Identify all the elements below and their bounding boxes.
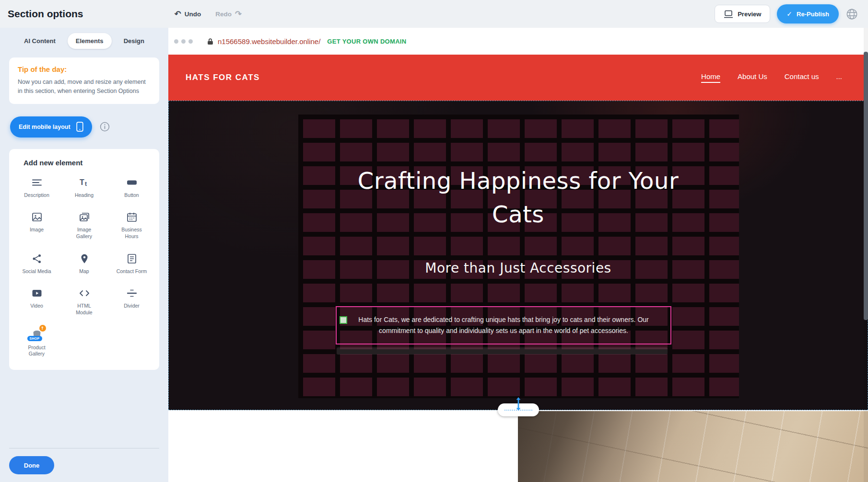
heading-icon: Tt xyxy=(79,176,90,189)
element-image-gallery[interactable]: Image Gallery xyxy=(60,211,108,240)
website-builder-app: Section options ↶ Undo Redo ↷ Preview ✓ … xyxy=(0,0,868,482)
contact-form-icon xyxy=(126,252,138,265)
nav-home[interactable]: Home xyxy=(701,72,720,83)
paving-stones-photo xyxy=(518,411,868,482)
section-resize-handle[interactable] xyxy=(498,403,539,416)
element-heading[interactable]: Tt Heading xyxy=(60,176,108,199)
element-contact-form[interactable]: Contact Form xyxy=(108,252,155,275)
button-icon xyxy=(126,176,138,189)
site-preview-area: n1566589.websitebuilder.online/ GET YOUR… xyxy=(168,28,868,482)
nav-more[interactable]: ... xyxy=(836,72,842,83)
element-description[interactable]: Description xyxy=(13,176,60,199)
element-divider[interactable]: Divider xyxy=(108,287,155,316)
element-product-gallery[interactable]: SHOP ↑ Product Gallery xyxy=(13,329,60,357)
redo-icon: ↷ xyxy=(235,9,242,19)
product-gallery-icon: SHOP ↑ xyxy=(31,329,43,341)
redo-label: Redo xyxy=(215,11,232,18)
undo-button[interactable]: ↶ Undo xyxy=(175,9,201,19)
republish-label: Re-Publish xyxy=(797,11,829,18)
image-icon xyxy=(31,211,43,223)
shop-badge: SHOP xyxy=(27,336,42,341)
element-hover-ghost xyxy=(337,347,668,355)
nav-about-us[interactable]: About Us xyxy=(738,72,767,83)
history-controls: ↶ Undo Redo ↷ xyxy=(175,9,242,19)
tip-of-the-day-card: Tip of the day: Now you can add, move an… xyxy=(9,57,159,104)
sidebar-tabs: AI Content Elements Design xyxy=(9,31,159,51)
undo-icon: ↶ xyxy=(175,9,181,19)
page-title: Section options xyxy=(8,8,83,20)
map-pin-icon xyxy=(79,252,90,265)
tab-design[interactable]: Design xyxy=(116,33,152,49)
lock-icon xyxy=(207,38,213,45)
section-options-sidebar: AI Content Elements Design Tip of the da… xyxy=(0,28,168,482)
edit-mobile-layout-label: Edit mobile layout xyxy=(19,124,70,130)
tile-wall-background xyxy=(298,115,739,398)
phone-icon xyxy=(76,122,83,132)
hero-subheading[interactable]: More than Just Accessories xyxy=(169,260,868,276)
element-business-hours[interactable]: Business Hours xyxy=(108,211,155,240)
redo-button[interactable]: Redo ↷ xyxy=(215,9,242,19)
hero-section-selected[interactable]: Crafting Happiness for Your Cats More th… xyxy=(168,101,868,410)
add-new-element-card: Add new element Description Tt Heading xyxy=(9,149,159,370)
site-url: n1566589.websitebuilder.online/ xyxy=(218,37,320,46)
window-dot-icon xyxy=(188,39,193,44)
element-html-module[interactable]: HTML Module xyxy=(60,287,108,316)
preview-monitor-icon xyxy=(724,10,733,18)
element-image[interactable]: Image xyxy=(13,211,60,240)
site-nav: Home About Us Contact us ... xyxy=(701,72,851,83)
svg-text:T: T xyxy=(80,178,84,186)
paragraph-element-selected[interactable]: Hats for Cats, we are dedicated to craft… xyxy=(336,306,671,344)
upgrade-badge-icon: ↑ xyxy=(39,325,46,332)
window-dot-icon xyxy=(174,39,178,44)
description-icon xyxy=(31,176,43,189)
topbar-actions: Preview ✓ Re-Publish xyxy=(715,4,860,23)
browser-chrome-bar: n1566589.websitebuilder.online/ GET YOUR… xyxy=(168,28,868,55)
svg-text:t: t xyxy=(85,181,87,187)
resize-arrows-icon xyxy=(516,397,521,411)
html-module-icon xyxy=(79,287,90,299)
element-resize-handle[interactable] xyxy=(340,316,347,324)
video-icon xyxy=(31,287,43,299)
social-media-icon xyxy=(31,252,43,265)
window-dot-icon xyxy=(181,39,186,44)
hero-heading[interactable]: Crafting Happiness for Your Cats xyxy=(169,164,868,231)
tab-elements[interactable]: Elements xyxy=(68,33,112,49)
tip-title: Tip of the day: xyxy=(18,65,151,73)
nav-contact-us[interactable]: Contact us xyxy=(785,72,819,83)
hero-paragraph: Hats for Cats, we are dedicated to craft… xyxy=(341,314,666,336)
image-gallery-icon xyxy=(79,211,90,223)
mobile-layout-row: Edit mobile layout xyxy=(9,116,159,138)
site-logo[interactable]: HATS FOR CATS xyxy=(186,73,260,82)
topbar: Section options ↶ Undo Redo ↷ Preview ✓ … xyxy=(0,0,868,28)
get-your-own-domain-link[interactable]: GET YOUR OWN DOMAIN xyxy=(327,38,406,45)
check-icon: ✓ xyxy=(786,10,792,18)
republish-button[interactable]: ✓ Re-Publish xyxy=(777,4,839,23)
sidebar-divider xyxy=(9,448,159,448)
done-button[interactable]: Done xyxy=(9,456,54,474)
preview-button[interactable]: Preview xyxy=(715,5,770,23)
site-header: HATS FOR CATS Home About Us Contact us .… xyxy=(168,55,868,101)
element-video[interactable]: Video xyxy=(13,287,60,316)
divider-icon xyxy=(126,287,138,299)
element-social-media[interactable]: Social Media xyxy=(13,252,60,275)
edit-mobile-layout-button[interactable]: Edit mobile layout xyxy=(10,116,92,138)
info-icon[interactable] xyxy=(100,122,110,132)
language-globe-icon[interactable] xyxy=(845,8,858,21)
undo-label: Undo xyxy=(185,11,201,18)
next-section xyxy=(168,410,868,482)
add-element-heading: Add new element xyxy=(23,159,155,167)
preview-label: Preview xyxy=(738,11,761,18)
element-button[interactable]: Button xyxy=(108,176,155,199)
scrollbar-track[interactable] xyxy=(864,28,868,482)
tab-ai-content[interactable]: AI Content xyxy=(16,33,64,49)
scrollbar-thumb[interactable] xyxy=(864,52,868,320)
element-map[interactable]: Map xyxy=(60,252,108,275)
element-grid: Description Tt Heading Button xyxy=(13,176,155,357)
business-hours-icon xyxy=(126,211,138,223)
tip-body: Now you can add, move and resize any ele… xyxy=(18,78,151,96)
